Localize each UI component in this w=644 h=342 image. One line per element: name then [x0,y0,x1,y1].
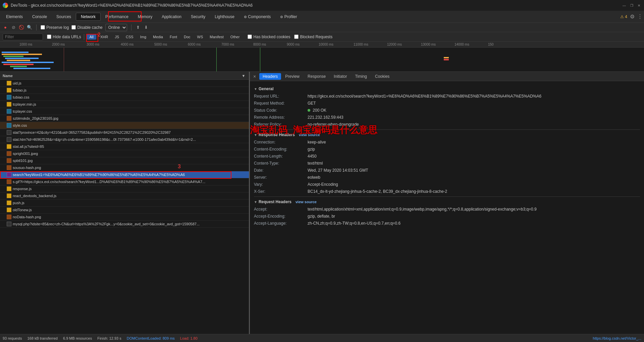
detail-tab-initiator[interactable]: Initiator [330,73,351,80]
filter-font[interactable]: Font [167,34,180,40]
list-item[interactable]: mysql.php?idsite=85&rec=zh-CN&url=https%… [0,221,249,228]
item-name: style.css [13,123,27,127]
dom-content-loaded: DOMContentLoaded: 809 ms [127,336,175,340]
list-item[interactable]: response.js [0,185,249,192]
tab-performance[interactable]: Performance [101,13,133,20]
list-item[interactable]: tcplayer.css [0,108,249,115]
filter-other[interactable]: Other [228,34,243,40]
tab-components[interactable]: ⚙ Components [239,13,275,20]
close-button[interactable]: ✕ [637,3,641,8]
tab-application[interactable]: Application [157,13,186,20]
filter-doc[interactable]: Doc [181,34,193,40]
file-icon [7,158,11,163]
list-item[interactable]: s.gif?l=https://gkcx.eol.cn/school/searc… [0,178,249,185]
request-headers-section-header[interactable]: ▼ Request Headers view source [254,199,640,204]
item-name: stat?province=42&city=4210&uid=365277582… [13,130,171,134]
tab-sources[interactable]: Sources [52,13,76,20]
filter-media[interactable]: Media [150,34,166,40]
upload-icon[interactable]: ⬆ [136,25,141,30]
tab-network[interactable]: Network [76,13,101,21]
content-length-val: 4450 [308,153,317,159]
list-item[interactable]: style.css [0,122,249,129]
close-detail-button[interactable]: × [251,73,258,80]
tab-profiler[interactable]: ⚙ Profiler [275,13,302,20]
list-item[interactable]: szblmskdx_20gk230165.jpg [0,115,249,122]
name-column-header: Name [3,74,241,78]
stop-recording-icon[interactable]: ⊘ [11,25,16,30]
download-icon[interactable]: ⬇ [144,25,149,30]
blocked-requests-checkbox[interactable] [294,35,299,39]
filter-input[interactable] [3,34,43,40]
search-icon[interactable]: 🔍 [27,25,32,30]
settings-icon[interactable]: ⚙ [630,13,635,20]
general-section-header[interactable]: ▼ General [254,87,640,91]
detail-tab-timing[interactable]: Timing [351,73,371,80]
list-item[interactable]: stat.all.js?siteid=85 [0,143,249,150]
hide-data-urls-label[interactable]: Hide data URLs [47,35,81,39]
filter-all[interactable]: All [87,34,96,40]
accept-row: Accept: text/html,application/xhtml+xml,… [254,206,640,212]
filter-js[interactable]: JS [112,34,122,40]
detail-tab-cookies[interactable]: Cookies [371,73,393,80]
filter-ws[interactable]: WS [195,34,206,40]
filter-manifest[interactable]: Manifest [207,34,226,40]
has-blocked-cookies-checkbox[interactable] [248,35,252,39]
detail-tab-response[interactable]: Response [304,73,330,80]
content-length-key: Content-Length: [254,153,308,159]
content-encoding-row: Content-Encoding: gzip [254,146,640,152]
request-headers-view-source[interactable]: view source [296,200,317,204]
clear-icon[interactable]: 🚫 [19,25,24,30]
list-item[interactable]: push.js [0,199,249,207]
minimize-button[interactable]: — [622,3,627,8]
tab-lighthouse[interactable]: Lighthouse [210,13,239,20]
overlay-text: 淘宝乱码_淘宝编码是什么意思 [250,124,377,136]
detail-tab-headers[interactable]: Headers [259,73,281,80]
list-body[interactable]: 3 uid.js tubiao.js tubiao.css tcplayer.m… [0,80,249,334]
more-icon[interactable]: ⋮ [637,13,643,20]
content-type-val: text/html [308,160,323,166]
list-item[interactable]: tubiao.js [0,87,249,94]
footer-link[interactable]: https://blog.csdn.net/Victor_... [593,336,641,340]
tab-elements[interactable]: Elements [1,13,28,20]
list-item[interactable]: oldTonew.js [0,207,249,214]
request-url-val: https://gkcx.eol.cn/school/search?keyWor… [308,93,541,99]
status-code-row: Status Code: 200 OK [254,107,640,113]
request-url-key: Request URL: [254,93,308,99]
list-item[interactable]: tubiao.css [0,94,249,101]
list-item[interactable]: spbtl101.jpg [0,157,249,164]
disable-cache-checkbox[interactable] [71,25,76,30]
status-green-dot [308,109,310,112]
list-item[interactable]: tcplayer.min.js [0,101,249,108]
list-item[interactable]: noData-hash.png [0,214,249,221]
list-item[interactable]: sousuo-hash.png [0,164,249,171]
list-item[interactable]: uid.js [0,80,249,87]
tab-console[interactable]: Console [28,13,52,20]
filter-css[interactable]: CSS [123,34,136,40]
preserve-log-checkbox[interactable] [41,25,45,30]
tab-memory[interactable]: Memory [133,13,157,20]
blocked-requests-label[interactable]: Blocked Requests [294,35,332,39]
item-name: tcplayer.css [13,109,32,113]
request-headers-label: Request Headers [259,199,291,204]
file-icon [7,130,11,135]
record-icon[interactable]: ● [3,25,8,30]
filter-img[interactable]: Img [138,34,149,40]
has-blocked-cookies-label[interactable]: Has blocked cookies [248,35,290,39]
list-item[interactable]: react_devtools_backend.js [0,192,249,199]
detail-tab-preview[interactable]: Preview [281,73,304,80]
maximize-button[interactable]: ❐ [629,3,634,8]
throttle-select[interactable]: Online [105,24,127,31]
list-item[interactable]: spright301.jpeg [0,150,249,157]
list-item[interactable]: stat?province=42&city=4210&uid=365277582… [0,129,249,136]
tick-5000: 5000 ms [154,43,167,46]
sort-arrow[interactable]: ▼ [241,74,246,78]
list-item-selected[interactable]: search?keyWord1=%E6%AD%A6%E6%B1%89%E7%90… [0,171,249,178]
list-item[interactable]: stat.htm?id=46962528&r=&lg=zh-cn&ntime=1… [0,136,249,143]
disable-cache-label[interactable]: Disable cache [71,25,102,30]
tick-13000: 13000 ms [421,43,436,46]
item-name: oldTonew.js [13,208,32,212]
hide-data-urls-checkbox[interactable] [47,35,51,39]
annotation-3: 3 [178,164,181,170]
preserve-log-label[interactable]: Preserve log [41,25,69,30]
tab-security[interactable]: Security [186,13,210,20]
